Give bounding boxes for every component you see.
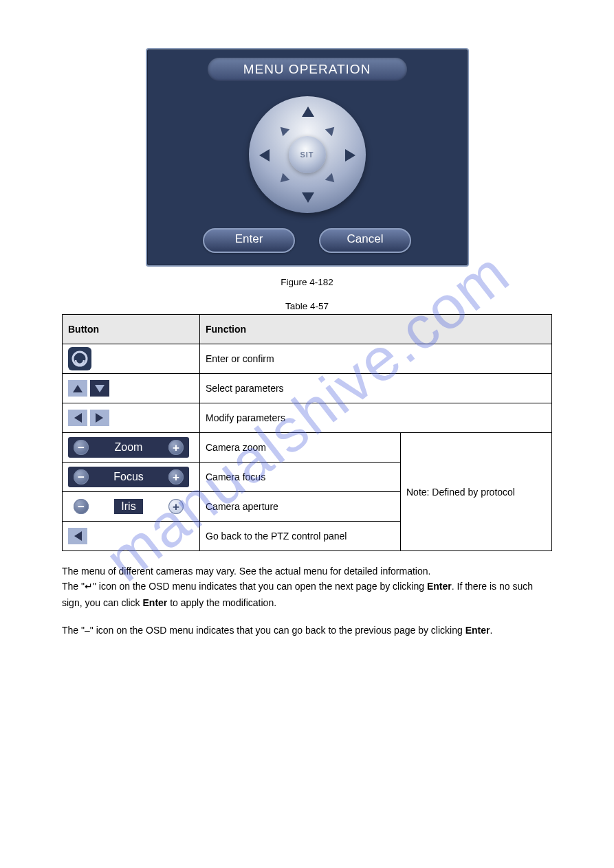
arrow-right-icon[interactable] [345, 149, 355, 162]
plus-icon: + [168, 469, 184, 485]
arrow-down-icon [90, 380, 109, 397]
cell-function: Modify parameters [200, 403, 552, 433]
col-button: Button [63, 315, 200, 344]
figure-caption: Figure 4-182 [62, 277, 552, 287]
enter-glyph-icon: ↵ [85, 581, 93, 592]
cell-function: Camera focus [200, 463, 401, 492]
minus-icon: − [74, 440, 89, 455]
cell-function: Select parameters [200, 374, 552, 403]
body-paragraph-2: The "–" icon on the OSD menu indicates t… [62, 623, 552, 638]
iris-control: − Iris + [68, 496, 189, 517]
arrow-up-icon [68, 380, 87, 397]
direction-pad[interactable]: SIT [249, 96, 366, 213]
sit-icon [68, 347, 91, 370]
focus-control: − Focus + [68, 467, 189, 487]
arrow-down-icon[interactable] [302, 192, 314, 203]
cell-function: Camera zoom [200, 433, 401, 463]
body-paragraph-1: The menu of different cameras may vary. … [62, 564, 552, 610]
operations-table: Button Function Enter or confirm Select … [62, 314, 552, 551]
cell-function: Enter or confirm [200, 344, 552, 374]
enter-button[interactable]: Enter [203, 228, 295, 253]
dialog-title: MENU OPERATION [208, 58, 407, 81]
arrow-up-icon[interactable] [302, 107, 314, 117]
minus-icon: − [74, 469, 89, 485]
plus-icon: + [168, 499, 184, 514]
cell-note: Note: Defined by protocol [400, 433, 551, 551]
table-row: Enter or confirm [63, 344, 552, 374]
cell-function: Camera aperture [200, 492, 401, 522]
table-row: Modify parameters [63, 403, 552, 433]
table-caption: Table 4-57 [62, 301, 552, 311]
sit-button[interactable]: SIT [289, 136, 326, 173]
cell-function: Go back to the PTZ control panel [200, 522, 401, 551]
plus-icon: + [168, 440, 184, 455]
arrow-right-icon [90, 410, 109, 426]
menu-operation-screenshot: MENU OPERATION SIT Enter Cancel [146, 48, 469, 267]
zoom-control: − Zoom + [68, 437, 189, 458]
table-row: − Zoom + Camera zoom Note: Defined by pr… [63, 433, 552, 463]
arrow-left-icon [68, 528, 87, 544]
table-row: Select parameters [63, 374, 552, 403]
cancel-button[interactable]: Cancel [319, 228, 411, 253]
arrow-left-icon [68, 410, 87, 426]
col-function: Function [200, 315, 552, 344]
arrow-left-icon[interactable] [259, 149, 270, 162]
minus-icon: − [74, 499, 89, 514]
